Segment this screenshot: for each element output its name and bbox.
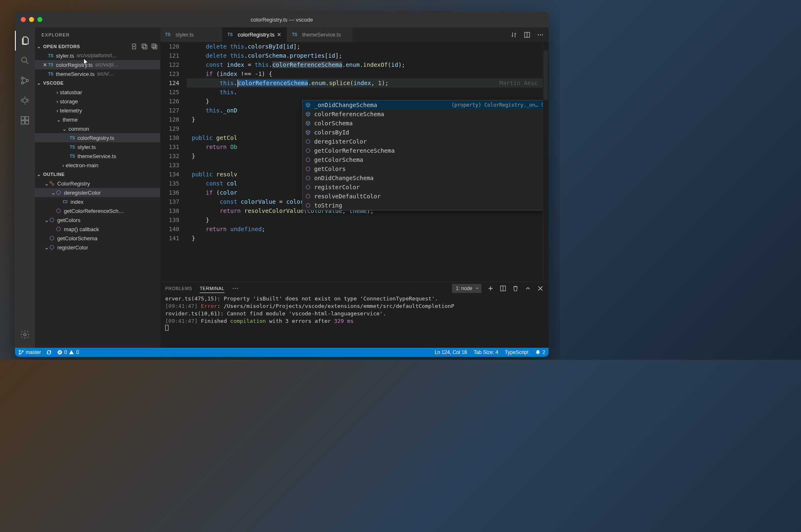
file-item[interactable]: TScolorRegistry.ts [35,133,160,142]
outline-item[interactable]: getColorSchema [35,234,160,243]
activity-settings[interactable] [15,325,35,344]
folder-item[interactable]: › telemetry [35,106,160,115]
svg-rect-5 [21,117,24,120]
status-lncol[interactable]: Ln 124, Col 18 [435,349,467,355]
open-editor-item[interactable]: ✕ TS colorRegistry.ts src/vs/pl… [35,60,160,69]
editor-tab[interactable]: TS themeService.ts ✕ [287,27,353,42]
suggest-widget[interactable]: _onDidChangeSchema(property) ColorRegist… [302,100,549,210]
activity-search[interactable] [15,51,35,71]
code-content[interactable]: delete this.colorsById[id]; delete this.… [187,42,543,281]
suggest-item[interactable]: colorSchema [303,119,549,128]
outline-item[interactable]: ⌄ deregisterColor [35,188,160,197]
suggest-item[interactable]: deregisterColor [303,137,549,146]
open-editor-item[interactable]: ✕ TS themeService.ts src/v/… [35,69,160,78]
titlebar[interactable]: colorRegistry.ts — vscode [15,12,549,27]
close-icon[interactable]: ✕ [277,32,281,38]
outline-item[interactable]: getColorReferenceSch… [35,206,160,215]
suggest-item[interactable]: colorsById [303,128,549,137]
split-terminal-icon[interactable] [500,285,506,292]
open-editor-item[interactable]: ✕ TS styler.ts src/vs/platform/t… [35,51,160,60]
maximize-panel-icon[interactable] [525,285,531,292]
activity-scm[interactable] [15,71,35,90]
file-item[interactable]: TSthemeService.ts [35,151,160,161]
terminal-select[interactable]: 1: node [452,284,481,293]
symbol-prop-icon [304,110,312,118]
status-tabsize[interactable]: Tab Size: 4 [474,349,498,355]
suggest-item[interactable]: getColors [303,164,549,173]
suggest-item[interactable]: colorReferenceSchema [303,110,549,119]
suggest-item[interactable]: registerColor [303,183,549,192]
more-icon[interactable] [537,32,544,38]
editor-tabs: TS styler.ts ✕TS colorRegistry.ts ✕TS th… [160,27,549,42]
compare-changes-icon[interactable] [510,32,517,38]
editor-tab[interactable]: TS colorRegistry.ts ✕ [222,27,287,42]
split-editor-icon[interactable] [524,32,530,38]
suggest-item[interactable]: getColorReferenceSchema [303,146,549,155]
open-editors-list: ✕ TS styler.ts src/vs/platform/t…✕ TS co… [35,51,160,78]
explorer-sidebar: EXPLORER ⌄ OPEN EDITORS ✕ TS styler.ts s… [35,27,160,348]
close-panel-icon[interactable] [537,285,544,292]
extensions-icon [20,115,30,125]
folder-item[interactable]: ⌄ common [35,124,160,133]
close-icon[interactable]: ✕ [42,62,48,68]
suggest-item[interactable]: resolveDefaultColor [303,192,549,201]
svg-point-0 [22,57,27,62]
workspace-header[interactable]: ⌄ VSCODE [35,78,160,88]
status-notifications[interactable]: 2 [535,349,545,355]
suggest-item[interactable]: toString [303,201,549,210]
tab-label: themeService.ts [302,32,341,38]
open-editors-header[interactable]: ⌄ OPEN EDITORS [35,42,160,51]
window-close-button[interactable] [21,17,26,22]
save-all-icon[interactable] [141,43,148,50]
svg-point-1 [22,77,24,79]
outline-item[interactable]: ⌄ ColorRegistry [35,179,160,188]
suggest-item[interactable]: getColorSchema [303,155,549,164]
outline-item[interactable]: map() callback [35,225,160,234]
svg-rect-7 [21,121,24,124]
file-name: themeService.ts [56,71,95,77]
file-path: src/v/… [97,71,114,77]
tree-item-label: colorRegistry.ts [78,135,115,141]
suggest-item[interactable]: onDidChangeSchema [303,173,549,183]
close-all-icon[interactable] [151,43,158,50]
symbol-method-icon [304,138,312,145]
new-file-icon[interactable] [131,43,138,50]
suggest-item[interactable]: _onDidChangeSchema(property) ColorRegist… [303,100,549,110]
suggest-label: getColorReferenceSchema [314,147,395,154]
minimap[interactable] [543,42,549,281]
outline-item[interactable]: ⌄ registerColor [35,243,160,252]
activity-debug[interactable] [15,90,35,110]
status-language[interactable]: TypeScript [505,349,529,355]
folder-item[interactable]: › storage [35,97,160,106]
kill-terminal-icon[interactable] [512,285,519,292]
panel-tab-problems[interactable]: PROBLEMS [165,284,192,293]
activity-explorer[interactable] [15,31,35,51]
editor-body[interactable]: 1201211221231241251261271281291301311321… [160,42,549,281]
editor-tab[interactable]: TS styler.ts ✕ [160,27,222,42]
status-problems[interactable]: 0 0 [57,349,79,355]
traffic-lights [15,17,42,22]
minimap-thumb[interactable] [544,50,548,100]
outline-item[interactable]: index [35,197,160,206]
outline-item[interactable]: ⌄ getColors [35,215,160,225]
chevron-down-icon: ⌄ [37,44,42,49]
activity-extensions[interactable] [15,110,35,130]
outline-header[interactable]: ⌄ OUTLINE [35,170,160,179]
gear-icon [20,329,30,339]
terminal-output[interactable]: erver.ts(475,15): Property 'isBuilt' doe… [160,295,549,348]
folder-item[interactable]: › electron-main [35,161,160,170]
files-icon [20,36,30,46]
more-icon[interactable] [232,285,239,292]
status-sync[interactable] [46,349,52,355]
status-branch[interactable]: master [18,349,41,355]
file-item[interactable]: TSstyler.ts [35,142,160,151]
window-minimize-button[interactable] [29,17,34,22]
new-terminal-icon[interactable] [487,285,494,292]
panel-tab-terminal[interactable]: TERMINAL [200,284,225,293]
tab-label: colorRegistry.ts [238,32,275,38]
svg-point-27 [19,353,20,354]
warning-icon [68,349,74,355]
folder-item[interactable]: › statusbar [35,88,160,97]
folder-item[interactable]: ⌄ theme [35,115,160,124]
window-maximize-button[interactable] [37,17,42,22]
